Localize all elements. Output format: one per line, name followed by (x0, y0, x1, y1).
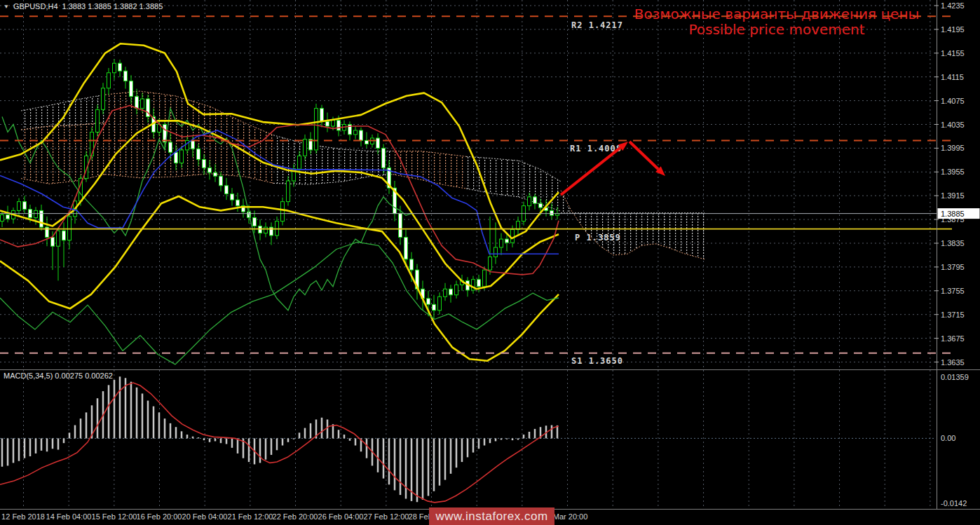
candle-body (281, 202, 285, 221)
macd-bar (338, 430, 340, 438)
bid-price-tag-value: 1.3885 (941, 210, 965, 218)
macd-bar (108, 385, 110, 438)
candle-body (354, 130, 358, 135)
candle-body (1, 214, 4, 221)
time-label: 16 Feb 20:00 (137, 512, 182, 521)
price-axis-label: 1.3715 (941, 311, 965, 319)
watermark-text: www.instaforex.com (435, 510, 547, 524)
time-label: 15 Feb 12:00 (92, 512, 137, 521)
macd-bar (551, 425, 553, 439)
price-axis-label: 1.4235 (941, 1, 965, 10)
macd-bar (366, 438, 368, 458)
candle-body (180, 150, 184, 163)
macd-bar (186, 435, 189, 438)
macd-bar (388, 438, 390, 484)
candle-body (231, 194, 234, 200)
envelope-lower (0, 242, 559, 364)
candle-body (253, 218, 257, 226)
macd-bar (444, 438, 447, 479)
macd-bar (287, 438, 290, 442)
candle-body (197, 149, 200, 159)
macd-bar (181, 431, 183, 438)
candle-body (113, 63, 116, 73)
candle-body (500, 239, 503, 247)
macd-bar (276, 438, 278, 450)
chart-canvas[interactable]: Возможные варианты движения цены Possibl… (0, 0, 980, 525)
candle-body (191, 140, 195, 149)
macd-bar (506, 438, 508, 439)
candle-body (332, 121, 335, 126)
macd-bar (203, 438, 205, 440)
candle-body (287, 181, 290, 202)
ichimoku-cloud (466, 156, 561, 211)
watermark-banner: www.instaforex.com (429, 507, 554, 525)
macd-bar (529, 432, 531, 438)
macd-bar (310, 423, 312, 439)
macd-bar (332, 424, 334, 438)
macd-bar (198, 437, 200, 438)
candle-body (337, 121, 341, 130)
candle-body (275, 221, 279, 236)
macd-bar (433, 438, 435, 491)
macd-bar (405, 438, 407, 498)
macd-bar (416, 438, 418, 502)
candle-body (264, 227, 268, 233)
macd-bar (265, 438, 267, 459)
candle-body (483, 270, 486, 287)
symbol-dropdown-icon[interactable]: ▼ (4, 4, 9, 10)
candle-body (433, 304, 436, 310)
macd-bar (343, 435, 346, 438)
macd-bar (74, 425, 76, 439)
candle-body (203, 160, 206, 168)
macd-bar (534, 429, 536, 438)
macd-bar (192, 437, 194, 439)
macd-bar (41, 438, 43, 450)
price-axis-label: 1.4155 (941, 49, 965, 57)
candle-body (169, 142, 172, 152)
pivot-label-p: P 1.3859 (575, 233, 621, 243)
macd-bar (377, 438, 379, 472)
macd-bar (478, 438, 480, 449)
candle-body (141, 99, 144, 109)
macd-bar (29, 438, 32, 456)
candle-body (360, 130, 363, 140)
macd-bar (248, 438, 250, 462)
price-axis-label: 1.3995 (941, 144, 965, 152)
macd-bar (86, 412, 88, 438)
macd-bar (18, 438, 20, 461)
macd-bar (501, 438, 503, 439)
chart-plot-layer (0, 0, 936, 510)
candle-body (550, 210, 554, 215)
candle-body (511, 230, 515, 243)
price-axis-label: 1.4035 (941, 121, 965, 129)
price-axis-label: 1.3915 (941, 191, 965, 200)
macd-bar (467, 438, 469, 457)
candle-body (130, 81, 133, 97)
macd-bar (422, 438, 424, 499)
price-axis-label: 1.3795 (941, 263, 965, 271)
macd-bar (383, 438, 385, 478)
candle-body (477, 280, 481, 287)
macd-bar (282, 438, 284, 445)
macd-bar (147, 401, 149, 439)
candle-body (6, 214, 10, 219)
macd-bar (57, 438, 60, 449)
macd-bar (231, 438, 233, 447)
time-label: 26 Feb 04:00 (318, 512, 364, 521)
forecast-arrow (629, 142, 658, 169)
macd-bar (220, 438, 222, 443)
candle-body (489, 257, 492, 270)
macd-bar (271, 438, 273, 455)
candle-body (225, 186, 229, 194)
price-axis-label: 1.4115 (941, 73, 964, 81)
candle-body (124, 71, 128, 81)
price-axis-label: 1.3675 (941, 334, 965, 343)
symbol-timeframe: GBPUSD,H4 (13, 2, 58, 11)
macd-axis-label: 0.00 (941, 434, 955, 442)
candle-body (208, 168, 212, 172)
macd-bar (125, 378, 127, 438)
macd-bar (142, 393, 144, 438)
candle-body (135, 97, 139, 109)
macd-bar (557, 425, 559, 439)
candle-body (68, 217, 72, 240)
